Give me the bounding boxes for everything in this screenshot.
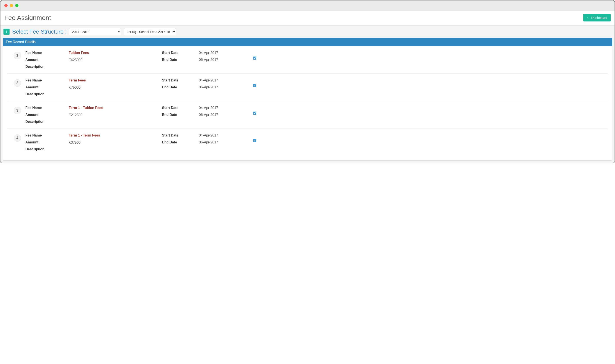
col-values-right: 04-Apr-2017 06-Apr-2017 [199, 51, 251, 62]
end-date-value: 06-Apr-2017 [199, 58, 251, 62]
amount-value: ₹212500 [69, 113, 160, 117]
close-icon[interactable] [4, 4, 8, 7]
end-date-value: 06-Apr-2017 [199, 85, 251, 89]
arrow-left-icon: ← [587, 16, 590, 20]
start-date-value: 04-Apr-2017 [199, 106, 251, 110]
amount-value: ₹37500 [69, 140, 160, 144]
col-labels-right: Start Date End Date [162, 51, 197, 62]
amount-value: ₹75000 [69, 85, 160, 90]
select-row-checkbox[interactable] [253, 139, 256, 142]
amount-label: Amount [25, 85, 67, 89]
fee-name-value: Tuition Fees [69, 51, 160, 55]
description-label: Description [25, 65, 67, 69]
col-labels-left: Fee Name Amount Description [25, 51, 67, 69]
col-values-left: Term Fees ₹75000 [69, 78, 160, 92]
description-label: Description [25, 92, 67, 96]
page-header: Fee Assignment ← Dashboard [0, 11, 615, 25]
select-row-checkbox[interactable] [253, 112, 256, 115]
content-area: 1 Select Fee Structure : 2017 - 2018 Jnr… [0, 25, 615, 163]
step-select-structure: 1 Select Fee Structure : 2017 - 2018 Jnr… [3, 26, 612, 38]
dashboard-button-label: Dashboard [591, 16, 607, 20]
col-check [253, 133, 256, 142]
start-date-label: Start Date [162, 133, 197, 137]
dashboard-button[interactable]: ← Dashboard [583, 14, 611, 21]
description-label: Description [25, 147, 67, 151]
fee-name-value: Term 1 - Term Fees [69, 133, 160, 137]
end-date-value: 06-Apr-2017 [199, 113, 251, 117]
fee-name-label: Fee Name [25, 106, 67, 110]
amount-value: ₹425000 [69, 58, 160, 62]
col-values-left: Tuition Fees ₹425000 [69, 51, 160, 65]
panel-title: Fee Record Details [3, 38, 612, 46]
fee-name-label: Fee Name [25, 133, 67, 137]
maximize-icon[interactable] [15, 4, 18, 7]
select-row-checkbox[interactable] [253, 57, 256, 60]
col-values-right: 04-Apr-2017 06-Apr-2017 [199, 78, 251, 89]
end-date-label: End Date [162, 58, 197, 62]
panel-body: 1 Fee Name Amount Description Tuition Fe… [3, 46, 612, 160]
start-date-label: Start Date [162, 78, 197, 82]
start-date-value: 04-Apr-2017 [199, 133, 251, 137]
select-row-checkbox[interactable] [253, 84, 256, 87]
fee-record-row: 2 Fee Name Amount Description Term Fees … [7, 74, 608, 101]
window-titlebar [0, 0, 615, 11]
row-number-badge: 3 [14, 107, 21, 114]
col-labels-left: Fee Name Amount Description [25, 133, 67, 151]
fee-record-panel: Fee Record Details 1 Fee Name Amount Des… [3, 38, 612, 161]
amount-label: Amount [25, 140, 67, 144]
col-labels-right: Start Date End Date [162, 133, 197, 144]
start-date-value: 04-Apr-2017 [199, 78, 251, 82]
col-check [253, 106, 256, 115]
app-window: Fee Assignment ← Dashboard 1 Select Fee … [0, 0, 615, 163]
window-controls [4, 4, 18, 7]
fee-name-value: Term 1 - Tuition Fees [69, 106, 160, 110]
start-date-label: Start Date [162, 51, 197, 55]
fee-name-value: Term Fees [69, 78, 160, 82]
row-number-badge: 2 [14, 79, 21, 87]
col-labels-right: Start Date End Date [162, 78, 197, 89]
col-check [253, 51, 256, 60]
col-values-right: 04-Apr-2017 06-Apr-2017 [199, 133, 251, 144]
end-date-value: 06-Apr-2017 [199, 140, 251, 144]
col-labels-left: Fee Name Amount Description [25, 106, 67, 124]
step-number-badge: 1 [3, 29, 10, 35]
end-date-label: End Date [162, 113, 197, 117]
fee-name-label: Fee Name [25, 78, 67, 82]
col-values-left: Term 1 - Tuition Fees ₹212500 [69, 106, 160, 120]
row-number-badge: 1 [14, 52, 21, 59]
fee-record-row: 1 Fee Name Amount Description Tuition Fe… [7, 46, 608, 74]
page-title: Fee Assignment [4, 14, 51, 21]
end-date-label: End Date [162, 85, 197, 89]
amount-label: Amount [25, 58, 67, 62]
col-values-right: 04-Apr-2017 06-Apr-2017 [199, 106, 251, 117]
col-labels-right: Start Date End Date [162, 106, 197, 117]
start-date-label: Start Date [162, 106, 197, 110]
minimize-icon[interactable] [10, 4, 13, 7]
description-label: Description [25, 120, 67, 124]
fee-record-row: 4 Fee Name Amount Description Term 1 - T… [7, 129, 608, 156]
step-label: Select Fee Structure : [12, 28, 67, 35]
fee-name-label: Fee Name [25, 51, 67, 55]
start-date-value: 04-Apr-2017 [199, 51, 251, 55]
fee-record-row: 3 Fee Name Amount Description Term 1 - T… [7, 101, 608, 129]
year-select[interactable]: 2017 - 2018 [69, 28, 121, 35]
row-number-badge: 4 [14, 134, 21, 142]
fee-structure-select[interactable]: Jnr Kg - School Fees 2017-18 [124, 28, 176, 35]
end-date-label: End Date [162, 140, 197, 144]
col-values-left: Term 1 - Term Fees ₹37500 [69, 133, 160, 148]
col-labels-left: Fee Name Amount Description [25, 78, 67, 96]
amount-label: Amount [25, 113, 67, 117]
col-check [253, 78, 256, 87]
